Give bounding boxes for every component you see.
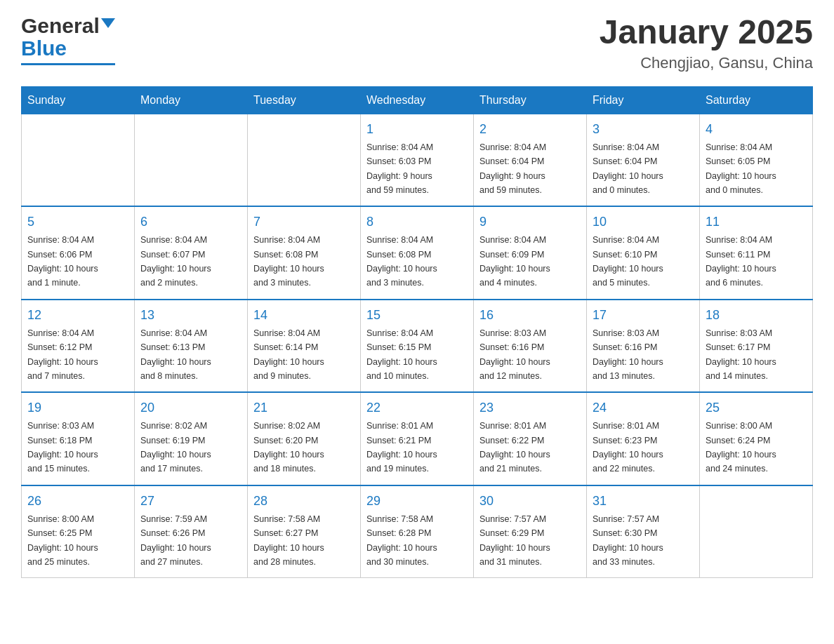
logo-triangle-icon [101, 18, 115, 28]
day-info: Sunrise: 8:02 AMSunset: 6:20 PMDaylight:… [253, 421, 324, 474]
day-info: Sunrise: 7:58 AMSunset: 6:28 PMDaylight:… [366, 514, 437, 567]
day-number: 30 [479, 492, 581, 511]
calendar-cell: 5Sunrise: 8:04 AMSunset: 6:06 PMDaylight… [22, 206, 135, 300]
day-number: 1 [366, 120, 468, 139]
day-info: Sunrise: 8:03 AMSunset: 6:16 PMDaylight:… [593, 328, 663, 381]
day-info: Sunrise: 8:03 AMSunset: 6:17 PMDaylight:… [706, 328, 776, 381]
day-number: 27 [140, 492, 241, 511]
day-header-sunday: Sunday [22, 86, 135, 114]
day-number: 6 [140, 213, 241, 232]
day-number: 9 [479, 213, 581, 232]
day-header-wednesday: Wednesday [361, 86, 474, 114]
calendar-cell: 6Sunrise: 8:04 AMSunset: 6:07 PMDaylight… [135, 206, 248, 300]
calendar-cell: 20Sunrise: 8:02 AMSunset: 6:19 PMDayligh… [135, 392, 248, 485]
logo-underline [21, 63, 115, 65]
day-number: 20 [140, 398, 241, 417]
calendar-cell: 21Sunrise: 8:02 AMSunset: 6:20 PMDayligh… [248, 392, 361, 485]
calendar-cell: 29Sunrise: 7:58 AMSunset: 6:28 PMDayligh… [361, 485, 474, 578]
day-number: 18 [706, 306, 807, 325]
day-header-saturday: Saturday [700, 86, 813, 114]
calendar-subtitle: Chengjiao, Gansu, China [600, 54, 813, 72]
day-info: Sunrise: 8:04 AMSunset: 6:09 PMDaylight:… [479, 235, 550, 288]
calendar-week-row: 19Sunrise: 8:03 AMSunset: 6:18 PMDayligh… [22, 392, 813, 485]
calendar-week-row: 5Sunrise: 8:04 AMSunset: 6:06 PMDaylight… [22, 206, 813, 300]
day-number: 4 [706, 120, 807, 139]
calendar-cell: 27Sunrise: 7:59 AMSunset: 6:26 PMDayligh… [135, 485, 248, 578]
day-info: Sunrise: 8:04 AMSunset: 6:08 PMDaylight:… [253, 235, 324, 288]
day-info: Sunrise: 8:04 AMSunset: 6:06 PMDaylight:… [27, 235, 98, 288]
page-header: General Blue January 2025 Chengjiao, Gan… [21, 14, 813, 72]
day-number: 26 [27, 492, 128, 511]
calendar-cell [22, 114, 135, 206]
day-number: 8 [366, 213, 468, 232]
day-info: Sunrise: 8:04 AMSunset: 6:07 PMDaylight:… [140, 235, 211, 288]
calendar-cell: 9Sunrise: 8:04 AMSunset: 6:09 PMDaylight… [474, 206, 587, 300]
title-section: January 2025 Chengjiao, Gansu, China [600, 14, 813, 72]
calendar-week-row: 12Sunrise: 8:04 AMSunset: 6:12 PMDayligh… [22, 300, 813, 393]
calendar-cell: 24Sunrise: 8:01 AMSunset: 6:23 PMDayligh… [587, 392, 700, 485]
calendar-cell: 2Sunrise: 8:04 AMSunset: 6:04 PMDaylight… [474, 114, 587, 206]
day-info: Sunrise: 7:57 AMSunset: 6:30 PMDaylight:… [593, 514, 663, 567]
day-info: Sunrise: 8:04 AMSunset: 6:15 PMDaylight:… [366, 328, 437, 381]
calendar-week-row: 26Sunrise: 8:00 AMSunset: 6:25 PMDayligh… [22, 485, 813, 578]
day-info: Sunrise: 8:04 AMSunset: 6:14 PMDaylight:… [253, 328, 324, 381]
day-header-thursday: Thursday [474, 86, 587, 114]
day-number: 24 [593, 398, 694, 417]
calendar-cell: 23Sunrise: 8:01 AMSunset: 6:22 PMDayligh… [474, 392, 587, 485]
calendar-cell: 31Sunrise: 7:57 AMSunset: 6:30 PMDayligh… [587, 485, 700, 578]
day-number: 21 [253, 398, 355, 417]
day-number: 19 [27, 398, 128, 417]
calendar-cell: 26Sunrise: 8:00 AMSunset: 6:25 PMDayligh… [22, 485, 135, 578]
calendar-cell: 14Sunrise: 8:04 AMSunset: 6:14 PMDayligh… [248, 300, 361, 393]
day-info: Sunrise: 8:04 AMSunset: 6:03 PMDaylight:… [366, 142, 433, 195]
calendar-cell: 8Sunrise: 8:04 AMSunset: 6:08 PMDaylight… [361, 206, 474, 300]
calendar-cell [135, 114, 248, 206]
calendar-cell [700, 485, 813, 578]
calendar-cell: 3Sunrise: 8:04 AMSunset: 6:04 PMDaylight… [587, 114, 700, 206]
calendar-cell: 13Sunrise: 8:04 AMSunset: 6:13 PMDayligh… [135, 300, 248, 393]
day-number: 13 [140, 306, 241, 325]
calendar-header-row: SundayMondayTuesdayWednesdayThursdayFrid… [22, 86, 813, 114]
day-info: Sunrise: 8:04 AMSunset: 6:11 PMDaylight:… [706, 235, 776, 288]
day-info: Sunrise: 8:03 AMSunset: 6:18 PMDaylight:… [27, 421, 98, 474]
day-number: 12 [27, 306, 128, 325]
calendar-cell: 1Sunrise: 8:04 AMSunset: 6:03 PMDaylight… [361, 114, 474, 206]
day-info: Sunrise: 8:04 AMSunset: 6:08 PMDaylight:… [366, 235, 437, 288]
calendar-cell: 17Sunrise: 8:03 AMSunset: 6:16 PMDayligh… [587, 300, 700, 393]
day-number: 22 [366, 398, 468, 417]
day-info: Sunrise: 7:59 AMSunset: 6:26 PMDaylight:… [140, 514, 211, 567]
day-number: 14 [253, 306, 355, 325]
day-number: 7 [253, 213, 355, 232]
day-number: 17 [593, 306, 694, 325]
day-number: 2 [479, 120, 581, 139]
day-number: 28 [253, 492, 355, 511]
day-number: 29 [366, 492, 468, 511]
day-info: Sunrise: 7:58 AMSunset: 6:27 PMDaylight:… [253, 514, 324, 567]
day-info: Sunrise: 8:04 AMSunset: 6:04 PMDaylight:… [479, 142, 546, 195]
day-info: Sunrise: 8:02 AMSunset: 6:19 PMDaylight:… [140, 421, 211, 474]
day-info: Sunrise: 8:01 AMSunset: 6:21 PMDaylight:… [366, 421, 437, 474]
calendar-cell: 18Sunrise: 8:03 AMSunset: 6:17 PMDayligh… [700, 300, 813, 393]
day-info: Sunrise: 8:04 AMSunset: 6:04 PMDaylight:… [593, 142, 663, 195]
day-header-friday: Friday [587, 86, 700, 114]
calendar-cell: 7Sunrise: 8:04 AMSunset: 6:08 PMDaylight… [248, 206, 361, 300]
day-info: Sunrise: 8:04 AMSunset: 6:05 PMDaylight:… [706, 142, 776, 195]
calendar-week-row: 1Sunrise: 8:04 AMSunset: 6:03 PMDaylight… [22, 114, 813, 206]
calendar-cell: 25Sunrise: 8:00 AMSunset: 6:24 PMDayligh… [700, 392, 813, 485]
day-header-monday: Monday [135, 86, 248, 114]
day-info: Sunrise: 8:03 AMSunset: 6:16 PMDaylight:… [479, 328, 550, 381]
logo-general-text: General [21, 14, 100, 38]
day-info: Sunrise: 8:04 AMSunset: 6:13 PMDaylight:… [140, 328, 211, 381]
day-info: Sunrise: 8:04 AMSunset: 6:10 PMDaylight:… [593, 235, 663, 288]
calendar-cell: 11Sunrise: 8:04 AMSunset: 6:11 PMDayligh… [700, 206, 813, 300]
calendar-cell: 4Sunrise: 8:04 AMSunset: 6:05 PMDaylight… [700, 114, 813, 206]
day-info: Sunrise: 8:00 AMSunset: 6:25 PMDaylight:… [27, 514, 98, 567]
calendar-cell: 12Sunrise: 8:04 AMSunset: 6:12 PMDayligh… [22, 300, 135, 393]
day-info: Sunrise: 8:01 AMSunset: 6:22 PMDaylight:… [479, 421, 550, 474]
day-number: 31 [593, 492, 694, 511]
day-info: Sunrise: 7:57 AMSunset: 6:29 PMDaylight:… [479, 514, 550, 567]
calendar-cell: 10Sunrise: 8:04 AMSunset: 6:10 PMDayligh… [587, 206, 700, 300]
calendar-title: January 2025 [600, 14, 813, 51]
day-info: Sunrise: 8:04 AMSunset: 6:12 PMDaylight:… [27, 328, 98, 381]
day-header-tuesday: Tuesday [248, 86, 361, 114]
